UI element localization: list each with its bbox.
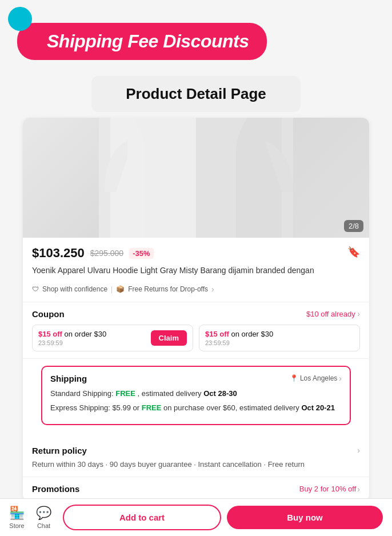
store-icon-item[interactable]: 🏪 Store: [9, 506, 25, 529]
claim-button[interactable]: Claim: [151, 330, 187, 346]
product-image-area: 2/8: [23, 118, 369, 238]
bottom-action-bar: 🏪 Store 💬 Chat Add to cart Buy now: [0, 498, 392, 536]
title-badge: Shipping Fee Discounts: [17, 23, 267, 60]
coupon-chevron: ›: [357, 309, 360, 318]
bookmark-icon[interactable]: 🔖: [347, 246, 360, 258]
express-shipping: Express Shipping: $5.99 or FREE on purch…: [50, 402, 342, 414]
coupon-2-timer: 23:59:59: [205, 339, 354, 346]
store-icon: 🏪: [9, 506, 25, 521]
product-image-placeholder: [23, 118, 369, 238]
coupon-title: Coupon: [32, 309, 65, 319]
product-detail-box: Product Detail Page: [91, 76, 301, 112]
confidence-row: 🛡 Shop with confidence | 📦 Free Returns …: [32, 285, 360, 294]
main-card: 2/8 $103.250 $295.000 -35% Yoenik Appare…: [23, 118, 369, 501]
current-price: $103.250: [32, 246, 85, 261]
shipping-location: 📍 Los Angeles ›: [290, 374, 342, 383]
chevron-right-icon: ›: [211, 285, 214, 294]
return-title: Return policy: [32, 446, 87, 455]
coupon-card-1: $15 off on order $30 23:59:59 Claim: [32, 325, 193, 351]
header-area: Shipping Fee Discounts: [0, 0, 392, 66]
product-detail-header: Product Detail Page: [0, 76, 392, 112]
price-row: $103.250 $295.000 -35%: [32, 246, 347, 261]
standard-shipping: Standard Shipping: FREE , estimated deli…: [50, 388, 342, 399]
buy-now-button[interactable]: Buy now: [227, 506, 383, 529]
shipping-wrapper: Shipping 📍 Los Angeles › Standard Shippi…: [23, 366, 369, 439]
coupon-2-amount: $15 off on order $30: [205, 330, 354, 338]
chat-label: Chat: [37, 522, 50, 529]
coupon-card-1-inner: $15 off on order $30 23:59:59 Claim: [38, 330, 187, 346]
separator: |: [111, 285, 113, 293]
coupon-1-timer: 23:59:59: [38, 339, 106, 346]
add-to-cart-button[interactable]: Add to cart: [63, 505, 221, 530]
promotions-chevron: ›: [357, 485, 360, 494]
return-chevron: ›: [357, 446, 360, 455]
discount-badge: -35%: [129, 248, 153, 259]
return-header: Return policy ›: [32, 446, 360, 455]
store-label: Store: [9, 522, 24, 529]
main-title: Shipping Fee Discounts: [47, 31, 249, 51]
promotions-title: Promotions: [32, 484, 79, 494]
chat-icon-item[interactable]: 💬 Chat: [36, 506, 51, 529]
teal-dot: [8, 7, 32, 31]
free-returns-label: Free Returns for Drop-offs: [128, 285, 208, 293]
return-section: Return policy › Return within 30 days · …: [23, 439, 369, 478]
product-name: Yoenik Apparel Ulvaru Hoodie Light Gray …: [32, 265, 347, 277]
chat-icon: 💬: [36, 506, 51, 521]
shop-confidence-label: Shop with confidence: [42, 285, 107, 293]
coupon-1-amount: $15 off on order $30: [38, 330, 106, 338]
image-counter: 2/8: [344, 220, 363, 232]
box-icon: 📦: [116, 285, 125, 293]
promotions-value: Buy 2 for 10% off ›: [299, 485, 360, 494]
return-detail: Return within 30 days · 90 days buyer gu…: [32, 459, 360, 470]
shipping-chevron: ›: [339, 374, 342, 383]
product-info: $103.250 $295.000 -35% Yoenik Apparel Ul…: [23, 238, 369, 302]
coupon-header: Coupon $10 off already ›: [32, 309, 360, 319]
bottom-icons: 🏪 Store 💬 Chat: [9, 506, 51, 529]
coupon-section: Coupon $10 off already › $15 off on orde…: [23, 302, 369, 359]
coupon-card-2: $15 off on order $30 23:59:59: [199, 325, 360, 351]
shipping-header: Shipping 📍 Los Angeles ›: [50, 374, 342, 383]
shipping-title: Shipping: [50, 374, 87, 383]
shipping-section[interactable]: Shipping 📍 Los Angeles › Standard Shippi…: [41, 366, 351, 425]
coupon-cards: $15 off on order $30 23:59:59 Claim $15 …: [32, 325, 360, 351]
shield-icon: 🛡: [32, 285, 39, 293]
coupon-card-1-text: $15 off on order $30 23:59:59: [38, 330, 106, 346]
product-detail-label: Product Detail Page: [126, 85, 266, 102]
original-price: $295.000: [90, 249, 123, 258]
location-icon: 📍: [290, 374, 298, 382]
promotions-section[interactable]: Promotions Buy 2 for 10% off ›: [23, 477, 369, 501]
coupon-existing-discount: $10 off already ›: [306, 309, 360, 318]
